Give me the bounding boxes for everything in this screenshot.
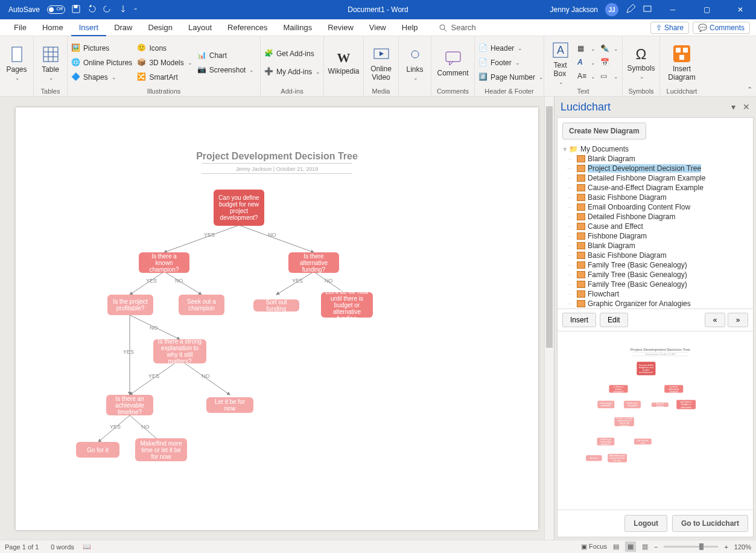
tab-mailings[interactable]: Mailings: [276, 19, 320, 36]
tab-review[interactable]: Review: [320, 19, 361, 36]
object-button[interactable]: ▭⌄: [600, 70, 618, 83]
comment-button[interactable]: Comment: [435, 39, 471, 86]
tree-item[interactable]: ⋯Email Onboarding Content Flow: [560, 202, 753, 212]
prev-page-button[interactable]: «: [705, 313, 725, 327]
insert-diagram-button[interactable]: Insert Diagram: [664, 39, 700, 86]
tab-draw[interactable]: Draw: [106, 19, 140, 36]
my-addins-button[interactable]: ➕My Add-ins⌄: [264, 65, 320, 78]
online-pictures-button[interactable]: 🌐Online Pictures: [71, 56, 132, 69]
tree-item[interactable]: ⋯Graphic Organizer for Analogies: [560, 299, 753, 308]
username-label[interactable]: Jenny Jackson: [550, 5, 598, 14]
document-area[interactable]: Project Development Decision Tree Jenny …: [0, 97, 554, 540]
document-tree[interactable]: ▿ 📁 My Documents ⋯Blank Diagram⋯Project …: [557, 144, 753, 308]
web-layout-icon[interactable]: ▥: [642, 543, 648, 551]
tell-me-search[interactable]: Search: [438, 23, 476, 33]
shapes-button[interactable]: 🔷Shapes⌄: [71, 71, 132, 84]
smartart-button[interactable]: 🔀SmartArt: [137, 71, 192, 84]
user-avatar[interactable]: JJ: [605, 3, 618, 16]
zoom-in-button[interactable]: +: [724, 543, 728, 551]
logout-button[interactable]: Logout: [624, 515, 667, 532]
chart-button[interactable]: 📊Chart: [197, 49, 255, 62]
tab-view[interactable]: View: [361, 19, 394, 36]
pictures-button[interactable]: 🖼️Pictures: [71, 42, 132, 55]
read-mode-icon[interactable]: ▤: [613, 543, 619, 551]
zoom-level[interactable]: 120%: [734, 543, 751, 551]
links-button[interactable]: Links⌄: [402, 39, 427, 86]
focus-mode-button[interactable]: ▣ Focus: [581, 543, 607, 551]
touch-mode-icon[interactable]: [118, 4, 128, 16]
quick-parts-button[interactable]: ▦⌄: [577, 42, 596, 56]
insert-button[interactable]: Insert: [562, 313, 596, 327]
vertical-scrollbar[interactable]: [544, 97, 554, 540]
flow-node: Let it be for now: [206, 397, 253, 413]
collapse-ribbon-icon[interactable]: ⌃: [747, 86, 752, 94]
goto-lucidchart-button[interactable]: Go to Lucidchart: [672, 515, 748, 532]
wordart-button[interactable]: A⌄: [577, 56, 596, 69]
create-new-diagram-button[interactable]: Create New Diagram: [562, 123, 646, 139]
tree-item[interactable]: ⋯Cause and Effect: [560, 222, 753, 231]
save-icon[interactable]: [71, 4, 81, 16]
online-video-button[interactable]: Online Video: [367, 39, 395, 86]
minimize-button[interactable]: ─: [659, 0, 686, 19]
icons-button[interactable]: 🙂Icons: [137, 42, 192, 55]
maximize-button[interactable]: ▢: [693, 0, 720, 19]
tab-design[interactable]: Design: [141, 19, 180, 36]
3d-models-button[interactable]: 📦3D Models⌄: [137, 56, 192, 69]
word-count[interactable]: 0 words: [51, 543, 74, 551]
symbols-button[interactable]: Ω Symbols⌄: [626, 39, 656, 86]
tree-folder[interactable]: ▿ 📁 My Documents: [560, 144, 753, 154]
tree-item-label: Family Tree (Basic Genealogy): [588, 261, 687, 269]
spellcheck-icon[interactable]: 📖: [83, 543, 91, 551]
footer-button[interactable]: 📄Footer⌄: [478, 56, 544, 69]
tab-file[interactable]: File: [6, 19, 34, 36]
edit-button[interactable]: Edit: [600, 313, 628, 327]
tree-item[interactable]: ⋯Blank Diagram: [560, 154, 753, 164]
next-page-button[interactable]: »: [728, 313, 748, 327]
header-button[interactable]: 📄Header⌄: [478, 42, 544, 55]
tree-item[interactable]: ⋯Detailed Fishbone Diagram: [560, 212, 753, 222]
tree-item[interactable]: ⋯Detailed Fishbone Diagram Example: [560, 173, 753, 183]
pane-options-icon[interactable]: ▾: [731, 102, 735, 112]
comments-button[interactable]: 💬Comments: [693, 22, 750, 34]
undo-icon[interactable]: [87, 4, 97, 16]
get-addins-button[interactable]: 🧩Get Add-ins: [264, 47, 320, 60]
autosave-toggle[interactable]: [47, 5, 65, 14]
datetime-button[interactable]: 📅: [600, 56, 618, 69]
tree-item[interactable]: ⋯Cause-and-Effect Diagram Example: [560, 183, 753, 193]
screenshot-button[interactable]: 📷Screenshot⌄: [197, 63, 255, 77]
page-indicator[interactable]: Page 1 of 1: [5, 543, 39, 551]
pane-close-icon[interactable]: ✕: [743, 102, 750, 112]
expand-icon[interactable]: ▿: [564, 146, 567, 152]
tree-item[interactable]: ⋯Fishbone Diagram: [560, 231, 753, 241]
tree-item[interactable]: ⋯Family Tree (Basic Genealogy): [560, 260, 753, 270]
page-number-button[interactable]: #️⃣Page Number⌄: [478, 71, 544, 84]
zoom-out-button[interactable]: −: [654, 543, 658, 551]
tree-item[interactable]: ⋯Family Tree (Basic Genealogy): [560, 270, 753, 280]
table-button[interactable]: Table⌄: [37, 39, 63, 86]
signature-button[interactable]: ✒️⌄: [600, 42, 618, 56]
zoom-slider[interactable]: [664, 546, 718, 548]
text-box-button[interactable]: A Text Box⌄: [548, 39, 573, 86]
wikipedia-button[interactable]: W Wikipedia: [328, 39, 360, 86]
dropcap-button[interactable]: A≡⌄: [577, 70, 596, 83]
ribbon-display-icon[interactable]: [643, 4, 652, 16]
tab-home[interactable]: Home: [34, 19, 71, 36]
tree-item[interactable]: ⋯Project Development Decision Tree: [560, 164, 753, 173]
tree-item[interactable]: ⋯Family Tree (Basic Genealogy): [560, 280, 753, 289]
pages-button[interactable]: Pages⌄: [4, 39, 30, 86]
qat-more-icon[interactable]: ⁼: [134, 7, 137, 13]
close-button[interactable]: ✕: [727, 0, 754, 19]
tree-item[interactable]: ⋯Blank Diagram: [560, 241, 753, 251]
tree-item[interactable]: ⋯Flowchart: [560, 289, 753, 299]
tab-layout[interactable]: Layout: [180, 19, 220, 36]
diagram-icon: [577, 223, 585, 230]
tab-insert[interactable]: Insert: [71, 19, 107, 36]
tab-help[interactable]: Help: [394, 19, 426, 36]
tab-references[interactable]: References: [220, 19, 275, 36]
print-layout-icon[interactable]: ▦: [625, 542, 636, 552]
tree-item[interactable]: ⋯Basic Fishbone Diagram: [560, 193, 753, 202]
pen-icon[interactable]: [626, 4, 635, 16]
redo-icon[interactable]: [103, 4, 112, 16]
share-button[interactable]: ⇪Share: [650, 22, 689, 34]
tree-item[interactable]: ⋯Basic Fishbone Diagram: [560, 251, 753, 260]
